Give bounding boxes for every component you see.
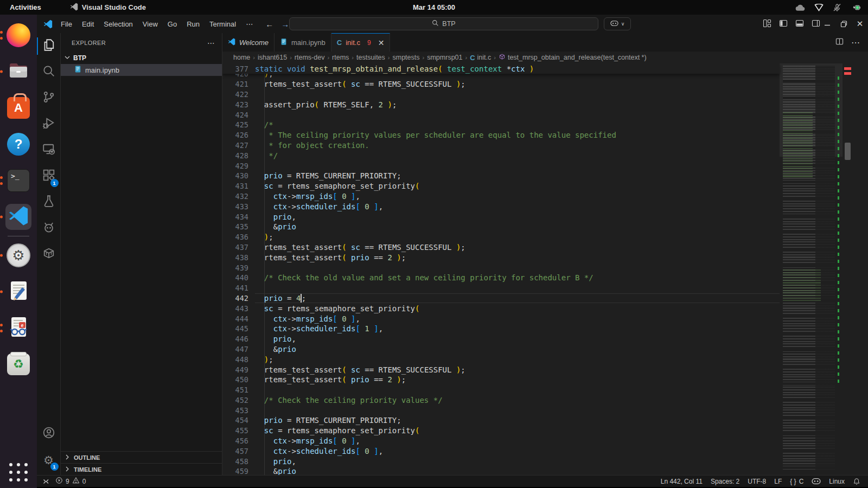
- code-line-455[interactable]: 455 sc = rtems_semaphore_set_priority(: [222, 426, 780, 436]
- code-text[interactable]: &prio: [255, 222, 780, 232]
- dock-item-trash[interactable]: ♻: [5, 351, 31, 377]
- tab-main-ipynb[interactable]: main.ipynb: [275, 33, 331, 52]
- line-number[interactable]: 449: [222, 365, 248, 374]
- line-number[interactable]: 457: [222, 447, 248, 455]
- line-number[interactable]: 423: [222, 100, 248, 109]
- code-line-437[interactable]: 437 rtems_test_assert( sc == RTEMS_SUCCE…: [222, 242, 780, 253]
- customize-layout-icon[interactable]: [763, 19, 771, 29]
- toggle-panel-icon[interactable]: [795, 19, 804, 29]
- line-number[interactable]: 422: [222, 90, 248, 99]
- breadcrumb-symbol[interactable]: test_mrsp_obtain_and_release(test_contex…: [508, 54, 647, 61]
- menu-view[interactable]: View: [138, 15, 163, 33]
- code-text[interactable]: prio,: [255, 211, 780, 222]
- show-applications-button[interactable]: [9, 463, 28, 481]
- code-line-434[interactable]: 434 prio,: [222, 211, 780, 222]
- code-line-450[interactable]: 450 rtems_test_assert( prio == 2 );: [222, 375, 780, 385]
- line-number[interactable]: 448: [222, 355, 248, 364]
- code-text[interactable]: ctx->scheduler_ids[ 0 ],: [255, 446, 780, 456]
- os-indicator[interactable]: Linux: [829, 478, 845, 485]
- code-line-456[interactable]: 456 ctx->mrsp_ids[ 0 ],: [222, 436, 780, 446]
- dock-item-settings[interactable]: ⚙: [5, 242, 31, 268]
- code-line-454[interactable]: 454 prio = RTEMS_CURRENT_PRIORITY;: [222, 415, 780, 426]
- code-text[interactable]: &prio: [255, 466, 780, 475]
- code-text[interactable]: [255, 405, 780, 415]
- command-center-search[interactable]: BTP: [289, 17, 598, 30]
- battery-charging-icon[interactable]: [851, 3, 860, 12]
- code-text[interactable]: [255, 283, 780, 293]
- activitybar-settings[interactable]: ⚙ 1: [37, 447, 61, 473]
- code-line-453[interactable]: 453: [222, 405, 780, 415]
- scrollbar-track[interactable]: [853, 63, 868, 475]
- microphone-muted-icon[interactable]: [832, 3, 842, 12]
- code-text[interactable]: rtems_test_assert( prio == 2 );: [255, 375, 780, 385]
- cursor-position[interactable]: Ln 442, Col 11: [661, 478, 703, 485]
- code-text[interactable]: prio = 4;: [255, 293, 780, 304]
- line-number[interactable]: 447: [222, 345, 248, 354]
- code-text[interactable]: [255, 160, 780, 171]
- code-line-449[interactable]: 449 rtems_test_assert( sc == RTEMS_SUCCE…: [222, 364, 780, 375]
- overview-ruler[interactable]: [843, 63, 853, 475]
- code-line-447[interactable]: 447 &prio: [222, 344, 780, 355]
- breadcrumb-item[interactable]: ishant615: [258, 54, 287, 61]
- code-line-457[interactable]: 457 ctx->scheduler_ids[ 0 ],: [222, 446, 780, 456]
- code-text[interactable]: [255, 110, 780, 120]
- system-tray[interactable]: [795, 3, 868, 12]
- navigate-forward-button[interactable]: →: [281, 20, 289, 29]
- navigate-back-button[interactable]: ←: [265, 20, 273, 29]
- menu-go[interactable]: Go: [163, 15, 182, 33]
- cloud-icon[interactable]: [795, 3, 805, 12]
- split-editor-icon[interactable]: [835, 37, 844, 48]
- code-line-452[interactable]: 452 /* Check the ceiling priority values…: [222, 395, 780, 406]
- code-line-439[interactable]: 439: [222, 262, 780, 273]
- dock-item-ubuntu-software[interactable]: A: [5, 95, 31, 121]
- line-number[interactable]: 450: [222, 375, 248, 384]
- code-text[interactable]: ctx->mrsp_ids[ 0 ],: [255, 191, 780, 202]
- code-line-440[interactable]: 440 /* Check the old value and set a new…: [222, 273, 780, 283]
- activitybar-source-control[interactable]: [37, 85, 61, 111]
- activitybar-accounts[interactable]: [37, 421, 61, 447]
- line-number[interactable]: 442: [222, 294, 248, 303]
- code-line-433[interactable]: 433 ctx->scheduler_ids[ 0 ],: [222, 201, 780, 211]
- line-number[interactable]: 445: [222, 324, 248, 333]
- code-text[interactable]: ctx->scheduler_ids[ 1 ],: [255, 324, 780, 334]
- line-number[interactable]: 426: [222, 131, 248, 139]
- code-text[interactable]: /* Check the old value and set a new cei…: [255, 273, 780, 283]
- line-number[interactable]: 451: [222, 386, 248, 394]
- line-number[interactable]: 446: [222, 335, 248, 343]
- code-text[interactable]: sc = rtems_semaphore_set_priority(: [255, 303, 780, 313]
- line-number[interactable]: 431: [222, 182, 248, 190]
- notifications-bell-icon[interactable]: [853, 478, 860, 485]
- line-number[interactable]: 425: [222, 120, 248, 129]
- line-number[interactable]: 454: [222, 416, 248, 425]
- code-text[interactable]: prio,: [255, 334, 780, 344]
- code-text[interactable]: ctx->scheduler_ids[ 0 ],: [255, 201, 780, 211]
- dock-item-terminal[interactable]: >_: [5, 168, 31, 194]
- line-number[interactable]: 456: [222, 436, 248, 445]
- code-line-459[interactable]: 459 &prio: [222, 466, 780, 475]
- line-number[interactable]: 432: [222, 192, 248, 201]
- code-line-424[interactable]: 424: [222, 110, 780, 120]
- code-line-443[interactable]: 443 sc = rtems_semaphore_set_priority(: [222, 303, 780, 313]
- code-text[interactable]: sc = rtems_semaphore_set_priority(: [255, 426, 780, 436]
- code-text[interactable]: rtems_test_assert( sc == RTEMS_SUCCESSFU…: [255, 364, 780, 375]
- line-number[interactable]: 444: [222, 314, 248, 323]
- line-number[interactable]: 427: [222, 141, 248, 150]
- line-number[interactable]: 436: [222, 233, 248, 241]
- remote-indicator[interactable]: [41, 477, 50, 486]
- code-text[interactable]: /*: [255, 120, 780, 130]
- dock-item-document-viewer[interactable]: e: [5, 315, 31, 341]
- file-item-main-ipynb[interactable]: main.ipynb: [61, 64, 222, 76]
- code-line-428[interactable]: 428 */: [222, 150, 780, 160]
- line-number[interactable]: 428: [222, 151, 248, 160]
- activitybar-remote-explorer[interactable]: [37, 137, 61, 163]
- code-line-442[interactable]: 442 prio = 4;: [222, 293, 780, 304]
- problems-status[interactable]: 9 0: [55, 477, 86, 486]
- minimap[interactable]: [780, 63, 843, 475]
- encoding-setting[interactable]: UTF-8: [748, 478, 766, 485]
- activitybar-search[interactable]: [37, 59, 61, 85]
- menu-run[interactable]: Run: [182, 15, 205, 33]
- scrollbar-thumb[interactable]: [845, 143, 851, 160]
- breadcrumb-item[interactable]: rtems-dev: [295, 54, 325, 61]
- code-text[interactable]: * The ceiling priority values per schedu…: [255, 130, 780, 140]
- code-text[interactable]: &prio: [255, 344, 780, 355]
